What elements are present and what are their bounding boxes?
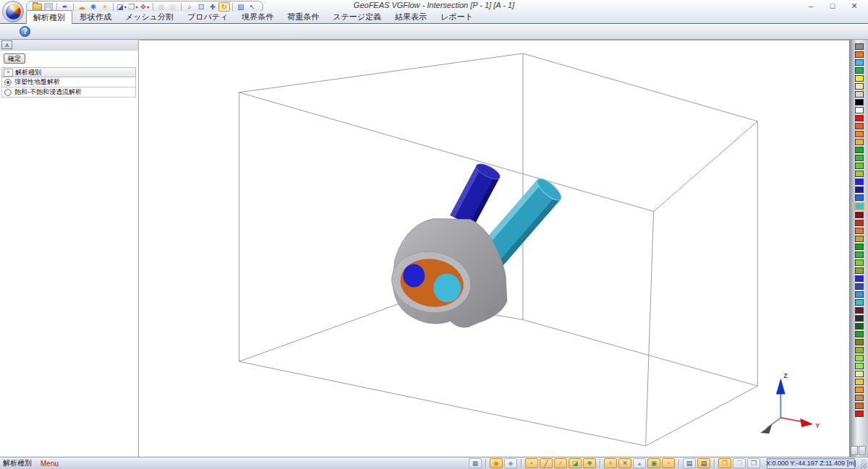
color-swatch-8[interactable]: [855, 107, 864, 113]
color-swatch-23[interactable]: [855, 228, 864, 234]
color-swatch-0[interactable]: [855, 43, 864, 50]
color-swatch-1[interactable]: [855, 51, 864, 58]
draw-line-icon[interactable]: ╱: [540, 458, 553, 468]
color-swatch-14[interactable]: [855, 155, 864, 161]
tab-1[interactable]: 解析種別: [26, 10, 72, 24]
color-swatch-35[interactable]: [855, 323, 864, 330]
tab-2[interactable]: 形状作成: [73, 10, 118, 23]
color-swatch-33[interactable]: [855, 307, 864, 314]
layout-quad-icon[interactable]: ❐: [747, 458, 760, 468]
minimize-button[interactable]: –: [800, 0, 822, 12]
color-swatch-44[interactable]: [855, 395, 864, 401]
select-face-icon[interactable]: ▴: [633, 458, 646, 468]
color-swatch-17[interactable]: [855, 178, 864, 185]
color-swatch-37[interactable]: [855, 339, 864, 345]
draw-polyline-icon[interactable]: ∕: [554, 458, 567, 468]
help-button[interactable]: ?: [20, 26, 30, 37]
close-button[interactable]: ✕: [843, 0, 865, 12]
color-swatch-4[interactable]: [855, 75, 864, 82]
color-swatch-21[interactable]: [855, 212, 864, 218]
color-swatch-46[interactable]: [855, 410, 864, 417]
color-swatch-3[interactable]: [855, 67, 864, 74]
color-swatch-15[interactable]: [855, 163, 864, 169]
confirm-button[interactable]: 確定: [4, 53, 25, 64]
radio-icon[interactable]: [4, 79, 12, 86]
color-swatch-12[interactable]: [855, 139, 864, 145]
draw-solid-icon[interactable]: ❖: [583, 458, 596, 468]
application-menu-button[interactable]: [2, 1, 24, 22]
lock-toggle-icon[interactable]: ◈: [504, 458, 517, 468]
collapse-chevron-icon[interactable]: »: [4, 69, 13, 77]
tab-8[interactable]: 結果表示: [388, 10, 433, 23]
color-swatch-25[interactable]: [855, 244, 864, 250]
layout-split-icon[interactable]: ❐: [733, 458, 746, 468]
palette-scroll-down-button[interactable]: [859, 446, 866, 455]
analysis-options: 弾塑性地盤解析飽和-不飽和浸透流解析: [1, 77, 136, 98]
tab-5[interactable]: 境界条件: [235, 10, 280, 23]
color-swatch-36[interactable]: [855, 331, 864, 337]
color-swatch-30[interactable]: [855, 283, 864, 290]
tab-6[interactable]: 荷重条件: [281, 10, 326, 23]
color-swatch-13[interactable]: [855, 147, 864, 153]
analysis-type-header-label: 解析種別: [15, 68, 41, 77]
color-swatch-6[interactable]: [855, 91, 864, 98]
snap-toggle-icon[interactable]: ◉: [490, 458, 503, 468]
tab-9[interactable]: レポート: [434, 10, 480, 23]
color-swatch-32[interactable]: [855, 299, 864, 306]
color-swatch-40[interactable]: [855, 363, 864, 369]
show-mesh-icon[interactable]: ▫: [662, 458, 675, 468]
color-swatch-18[interactable]: [855, 186, 864, 193]
tab-4[interactable]: プロパティ: [181, 10, 234, 23]
tab-7[interactable]: ステージ定義: [326, 10, 388, 23]
tab-3[interactable]: メッシュ分割: [119, 10, 180, 23]
analysis-option-1[interactable]: 弾塑性地盤解析: [1, 77, 136, 87]
color-swatch-42[interactable]: [855, 379, 864, 385]
color-swatch-43[interactable]: [855, 387, 864, 393]
layout-single-icon[interactable]: ❐: [718, 458, 731, 468]
color-swatch-27[interactable]: [855, 259, 864, 266]
color-swatch-22[interactable]: [855, 220, 864, 226]
color-swatch-7[interactable]: [855, 99, 864, 106]
color-swatch-29[interactable]: [855, 275, 864, 282]
z-axis-label: Z: [783, 372, 788, 379]
color-swatch-24[interactable]: [855, 236, 864, 242]
draw-surface-icon[interactable]: ◪: [569, 458, 582, 468]
status-mode-label: 解析種別: [3, 458, 32, 468]
color-swatch-16[interactable]: [855, 171, 864, 177]
show-solid-icon[interactable]: ▣: [647, 458, 660, 468]
grid-view-icon[interactable]: ▦: [469, 458, 482, 468]
select-node-icon[interactable]: ✧: [604, 458, 617, 468]
color-swatch-38[interactable]: [855, 347, 864, 353]
color-swatch-2[interactable]: [855, 59, 864, 66]
maximize-button[interactable]: □: [822, 0, 843, 12]
draw-point-icon[interactable]: •: [525, 458, 538, 468]
viewport-3d[interactable]: Z Y: [140, 40, 849, 457]
radio-icon[interactable]: [4, 89, 12, 96]
color-swatch-34[interactable]: [855, 315, 864, 322]
print-view-alt-icon[interactable]: ▤: [697, 458, 710, 468]
color-swatch-39[interactable]: [855, 355, 864, 361]
select-edge-icon[interactable]: ✕: [618, 458, 631, 468]
analysis-option-label: 弾塑性地盤解析: [14, 77, 60, 87]
analysis-option-2[interactable]: 飽和-不飽和浸透流解析: [1, 87, 136, 98]
panel-pin-icon[interactable]: A: [1, 40, 12, 49]
analysis-type-header[interactable]: » 解析種別: [1, 68, 136, 77]
status-menu-link[interactable]: Menu: [41, 460, 59, 468]
color-swatch-20[interactable]: [854, 202, 864, 210]
resize-grip[interactable]: [861, 459, 867, 468]
color-swatch-41[interactable]: [855, 371, 864, 377]
color-swatch-26[interactable]: [855, 251, 864, 258]
analysis-option-label: 飽和-不飽和浸透流解析: [14, 87, 82, 97]
color-swatch-5[interactable]: [855, 83, 864, 90]
color-swatch-9[interactable]: [855, 115, 864, 121]
color-swatch-28[interactable]: [855, 267, 864, 274]
color-swatch-10[interactable]: [855, 123, 864, 129]
color-swatch-31[interactable]: [855, 291, 864, 298]
color-swatch-19[interactable]: [855, 194, 864, 201]
palette-scroll-up-button[interactable]: [851, 446, 858, 455]
color-swatch-11[interactable]: [855, 131, 864, 137]
status-separator: [600, 459, 600, 468]
ribbon-content: ?: [0, 24, 868, 40]
color-swatch-45[interactable]: [855, 403, 864, 409]
print-view-icon[interactable]: ▤: [683, 458, 696, 468]
